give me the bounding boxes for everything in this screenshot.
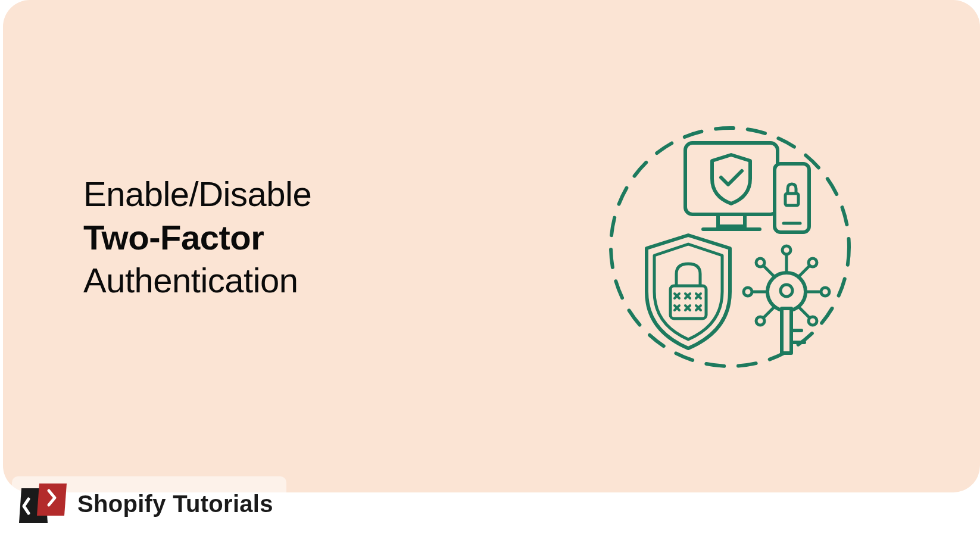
- svg-line-23: [798, 265, 810, 277]
- svg-point-22: [756, 258, 764, 267]
- heading-line-1: Enable/Disable: [83, 173, 311, 216]
- phone-icon: [775, 164, 809, 232]
- svg-point-24: [809, 258, 817, 267]
- monitor-icon: [685, 143, 778, 229]
- svg-point-30: [756, 317, 764, 325]
- svg-point-26: [744, 288, 752, 296]
- svg-line-29: [763, 307, 775, 319]
- digital-key-icon: [744, 246, 829, 353]
- hero-card: Enable/Disable Two-Factor Authentication: [3, 0, 980, 492]
- brand-logo-icon: [17, 482, 69, 525]
- heading-line-2: Two-Factor: [83, 216, 311, 260]
- brand-badge-text: Shopify Tutorials: [77, 491, 273, 517]
- svg-point-20: [782, 246, 791, 254]
- svg-line-21: [763, 265, 775, 277]
- heading-line-3: Authentication: [83, 259, 311, 302]
- heading-block: Enable/Disable Two-Factor Authentication: [83, 173, 311, 302]
- svg-point-33: [767, 273, 806, 311]
- shield-lock-icon: [647, 235, 730, 348]
- svg-point-28: [821, 288, 829, 296]
- svg-point-32: [809, 317, 817, 325]
- brand-badge: Shopify Tutorials: [12, 476, 286, 531]
- svg-rect-1: [718, 214, 745, 226]
- svg-line-31: [798, 307, 810, 319]
- security-illustration: [602, 119, 858, 375]
- svg-rect-6: [670, 286, 706, 319]
